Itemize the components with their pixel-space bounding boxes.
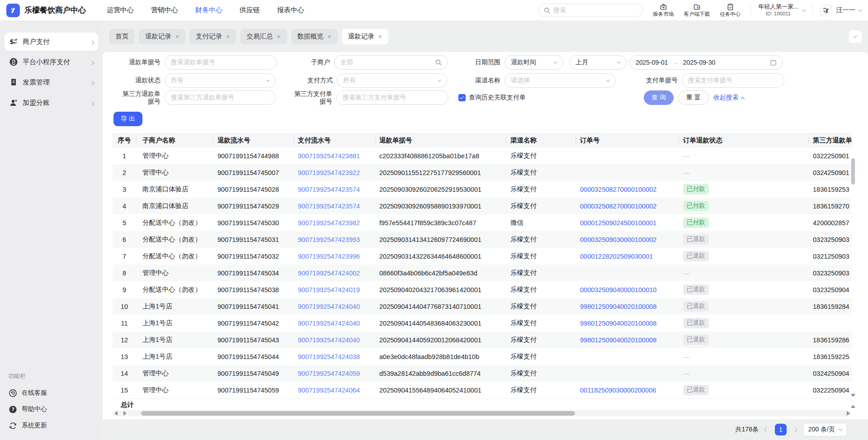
cell-third-party-refund-no: 0322250904 (808, 382, 852, 398)
cell-refund-doc: 2025090415564894064052410001 (375, 382, 506, 398)
cell-index: 12 (113, 331, 136, 348)
page-size-select[interactable]: 200 条/页 (803, 423, 847, 436)
pay-doc-no-input[interactable]: 搜索支付单据号 (682, 73, 784, 88)
scroll-up-icon[interactable] (851, 405, 855, 408)
date-range-picker[interactable]: 2025-09-01 → 2025-09-30 (629, 55, 783, 70)
refund-status-select[interactable]: 所有 (165, 73, 276, 88)
pay-flow-link[interactable]: 90071992547424040 (298, 303, 360, 310)
close-icon[interactable]: × (226, 33, 230, 40)
refund-doc-no-input[interactable]: 搜索退款单据号 (165, 55, 277, 70)
tab-refund-records-active[interactable]: 退款记录× (342, 29, 388, 44)
pay-flow-link[interactable]: 90071992547424019 (298, 286, 360, 293)
pay-flow-link[interactable]: 90071992547423881 (298, 152, 360, 160)
order-no-link[interactable]: 00001228202509030001 (580, 253, 653, 260)
pay-method-select[interactable]: 所有 (337, 73, 447, 88)
pay-flow-link[interactable]: 90071992547424040 (298, 320, 360, 327)
cell-third-party-refund-no: 1836159286 (808, 331, 852, 348)
collapse-search-link[interactable]: 收起搜索 (713, 94, 744, 102)
pay-flow-link[interactable]: 90071992547424040 (298, 336, 360, 344)
cell-third-party-refund-no: 0324250901 (808, 164, 852, 181)
horizontal-scrollbar[interactable] (113, 410, 852, 416)
sub-merchant-input[interactable]: 全部 (334, 55, 448, 70)
scroll-right-icon[interactable] (123, 411, 127, 416)
date-type-select[interactable]: 退款时间 (505, 55, 563, 70)
pay-flow-link[interactable]: 90071992547423922 (298, 169, 360, 176)
reset-button[interactable]: 重 置 (678, 90, 709, 105)
sidebar-item-online-service[interactable]: 在线客服 (5, 385, 98, 401)
vertical-scrollbar[interactable] (851, 148, 855, 409)
nav-marketing-center[interactable]: 营销中心 (151, 6, 178, 14)
sidebar-item-mini-program-payment[interactable]: 平台小程序支付 (5, 53, 98, 71)
cell-channel: 乐檬支付 (506, 365, 576, 382)
order-no-link[interactable]: 000032508270000100002 (580, 203, 656, 210)
pay-flow-link[interactable]: 90071992547423574 (298, 203, 360, 210)
sidebar-item-invoice-management[interactable]: 发票管理 (5, 73, 98, 91)
close-icon[interactable]: × (328, 33, 331, 40)
order-no-link[interactable]: 000012509024500100001 (580, 219, 656, 227)
merchant-switcher[interactable]: 年轻人第一家... ID: 100011 (758, 3, 805, 17)
pay-flow-link[interactable]: 90071992547423996 (298, 253, 360, 260)
horizontal-scrollbar-thumb[interactable] (141, 411, 575, 416)
tabs-more-button[interactable] (849, 30, 862, 43)
page-number-button[interactable]: 1 (775, 424, 787, 435)
order-no-link[interactable]: 000032508270000100002 (580, 186, 656, 193)
cell-refund-doc: 2025090414405920012068420001 (375, 331, 506, 348)
third-pay-no-input[interactable]: 搜索第三方支付单据号 (336, 90, 448, 105)
prev-page-icon[interactable] (764, 427, 769, 432)
channel-select[interactable]: 请选择 (505, 73, 616, 88)
user-menu[interactable]: 汪一一 (820, 5, 862, 16)
tab-refund-records-1[interactable]: 退款记录× (139, 29, 185, 44)
sidebar: $ 商户支付 平台小程序支付 发票管理 加盟分账 (0, 21, 103, 440)
cell-order-refund-status: 已退款 (679, 248, 808, 265)
pay-flow-link[interactable]: 90071992547423982 (298, 219, 360, 227)
table-row: 7分配送中心（勿改）900719911547450329007199254742… (113, 248, 852, 265)
client-download-button[interactable]: 客户端下载 (684, 3, 710, 17)
close-icon[interactable]: × (175, 33, 179, 40)
nav-operation-center[interactable]: 运营中心 (107, 6, 134, 14)
checkbox-checked-icon[interactable] (458, 94, 466, 101)
tab-transaction-summary[interactable]: 交易汇总× (240, 29, 287, 44)
search-button[interactable]: 查 询 (644, 90, 674, 105)
nav-finance-center[interactable]: 财务中心 (195, 6, 222, 14)
export-button[interactable]: 导 出 (113, 112, 142, 126)
order-no-link[interactable]: 000032509030000100002 (580, 236, 656, 243)
close-icon[interactable]: × (277, 33, 280, 40)
nav-supply-chain[interactable]: 供应链 (240, 6, 260, 14)
sidebar-item-merchant-payment[interactable]: $ 商户支付 (5, 33, 98, 51)
pay-flow-link[interactable]: 90071992547423993 (298, 236, 360, 243)
sidebar-item-franchise-split[interactable]: 加盟分账 (5, 94, 98, 112)
next-page-icon[interactable] (792, 427, 797, 432)
third-refund-no-input[interactable]: 搜索第三方退款单据号 (165, 90, 276, 105)
history-checkbox-group[interactable]: 查询历史关联支付单 (458, 90, 526, 105)
date-preset-select[interactable]: 上月 (569, 55, 627, 70)
chevron-down-icon (617, 60, 621, 63)
sidebar-item-system-update[interactable]: 系统更新 (5, 417, 98, 434)
tab-data-overview[interactable]: 数据概览× (291, 29, 338, 44)
cell-order-refund-status: 已退款 (679, 298, 808, 315)
tab-payment-records[interactable]: 支付记录× (189, 29, 236, 44)
sidebar-item-help-center[interactable]: ? 帮助中心 (5, 401, 98, 417)
pay-flow-link[interactable]: 90071992547424002 (298, 270, 360, 277)
scroll-right-icon[interactable] (847, 411, 850, 416)
task-center-button[interactable]: 任务中心 (717, 3, 743, 17)
scroll-left-icon[interactable] (114, 411, 118, 416)
order-no-link[interactable]: 001182509030000200006 (580, 387, 656, 394)
vertical-scrollbar-thumb[interactable] (851, 158, 855, 185)
order-no-link[interactable]: 998012509040020100008 (580, 320, 656, 327)
pay-flow-link[interactable]: 90071992547424059 (298, 370, 360, 377)
order-no-link[interactable]: 000032509040000100010 (580, 286, 656, 293)
start-date[interactable]: 2025-09-01 (636, 59, 668, 66)
scroll-down-icon[interactable] (851, 394, 855, 397)
tab-home[interactable]: 首页 (109, 29, 135, 44)
pay-flow-link[interactable]: 90071992547424064 (298, 387, 360, 394)
service-market-button[interactable]: 服务市场 (650, 3, 676, 17)
pay-flow-link[interactable]: 90071992547423574 (298, 186, 360, 193)
end-date[interactable]: 2025-09-30 (683, 59, 716, 66)
chevron-down-icon (554, 60, 557, 63)
nav-report-center[interactable]: 报表中心 (277, 6, 304, 14)
close-icon[interactable]: × (378, 33, 382, 40)
global-search-input[interactable]: 搜索 (538, 4, 643, 17)
order-no-link[interactable]: 998012509040020100008 (580, 336, 656, 344)
order-no-link[interactable]: 998012509040020100008 (580, 303, 656, 310)
pay-flow-link[interactable]: 90071992547424038 (298, 353, 360, 360)
